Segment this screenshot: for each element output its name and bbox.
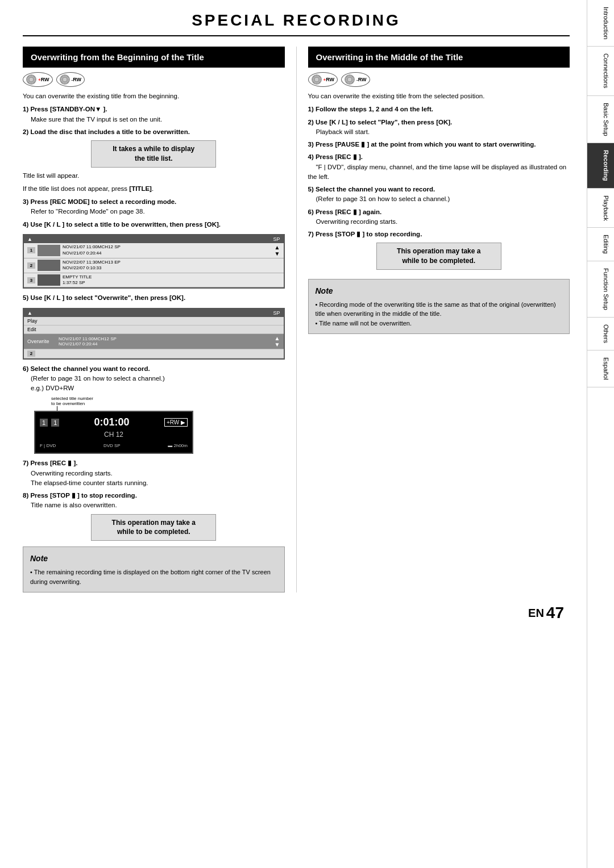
main-content: SPECIAL RECORDING Overwriting from the B… (0, 0, 587, 868)
sidebar-tab-recording[interactable]: Recording (587, 143, 614, 188)
sidebar-tab-basic-setup[interactable]: Basic Setup (587, 96, 614, 144)
callout-1: selected title numberto be overwritten (51, 396, 93, 406)
step-5: 5) Use [K / L ] to select "Overwrite", t… (23, 293, 285, 303)
right-sidebar: Introduction Connections Basic Setup Rec… (587, 0, 614, 868)
highlight-box-2-line1: This operation may take a (112, 519, 196, 527)
dvd-minus-label-right: -RW (356, 77, 367, 82)
step-8: 8) Press [STOP ▮ ] to stop recording. Ti… (23, 491, 285, 511)
highlight-box-1: It takes a while to display the title li… (91, 140, 216, 168)
right-section-header: Overwriting in the Middle of the Title (308, 47, 570, 68)
right-step-3: 3) Press [PAUSE ▮ ] at the point from wh… (308, 140, 570, 149)
right-step-2: 2) Use [K / L] to select "Play", then pr… (308, 118, 570, 137)
dvd-plus-label-right: +RW (323, 77, 335, 82)
row-info-1: NOV/21/07 11:00MCH12 SPNOV/21/07 0:20:44 (63, 244, 121, 256)
right-step-5-sub: (Refer to page 31 on how to select a cha… (308, 195, 450, 202)
right-step-4-sub: "F | DVD", display menu, channel, and th… (308, 164, 567, 180)
step-6-bold: 6) Select the channel you want to record… (23, 365, 150, 372)
sidebar-tab-introduction[interactable]: Introduction (587, 0, 614, 47)
row-num-1: 1 (27, 247, 35, 253)
rec-ch-box: 1 (51, 419, 59, 427)
note-title-right: Note (316, 285, 563, 297)
disc-icon-minus-right (345, 74, 355, 85)
dvd-plus-rw-badge-right: +RW (308, 72, 338, 87)
dvd-minus-rw-badge: -RW (56, 72, 85, 87)
note-box-left: Note The remaining recording time is dis… (23, 546, 285, 592)
step-6-sub2: e.g.) DVD+RW (23, 385, 74, 391)
page-title: SPECIAL RECORDING (23, 11, 570, 36)
right-step-1: 1) Follow the steps 1, 2 and 4 on the le… (308, 105, 570, 114)
sidebar-tab-function-setup[interactable]: Function Setup (587, 261, 614, 318)
note-item-1: The remaining recording time is displaye… (30, 567, 277, 586)
callout-diagram: selected title numberto be overwritten 1… (34, 396, 285, 454)
right-step-1-bold: 1) Follow the steps 1, 2 and 4 on the le… (308, 106, 433, 112)
menu-item-play: Play (24, 317, 284, 326)
menu-mode-sp: SP (273, 310, 280, 316)
left-section-header: Overwriting from the Beginning of the Ti… (23, 47, 285, 68)
highlight-box-1-line1: It takes a while to display (113, 145, 194, 153)
highlight-box-2: This operation may take a while to be co… (91, 514, 216, 541)
note-right-item-2: Title name will not be overwritten. (316, 319, 563, 328)
menu-item-overwrite: Overwrite NOV/21/07 11:00MCH12 SPNOV/21/… (24, 334, 284, 349)
note-list-right: Recording mode of the overwriting title … (316, 300, 563, 328)
step-6-sub: (Refer to page 31 on how to select a cha… (23, 375, 165, 382)
step-1-sub: Make sure that the TV input is set on th… (23, 116, 162, 123)
menu-row-2: 2 (24, 349, 284, 358)
screen-header-1: ▲ SP (24, 235, 284, 243)
right-step-7-bold: 7) Press [STOP ▮ ] to stop recording. (308, 231, 422, 237)
step-2-bold: 2) Load the disc that includes a title t… (23, 128, 190, 135)
right-step-5-bold: 5) Select the channel you want to record… (308, 186, 435, 193)
menu-overwrite-info: NOV/21/07 11:00MCH12 SPNOV/21/07 0:20:44 (59, 336, 117, 347)
callout-1-text: selected title numberto be overwritten (51, 396, 93, 406)
sidebar-tab-connections[interactable]: Connections (587, 47, 614, 95)
step-4: 4) Use [K / L ] to select a title to be … (23, 220, 285, 229)
step-7-sub3: The elapsed-time counter starts running. (23, 479, 148, 486)
right-intro-text: You can overwrite the existing title fro… (308, 91, 570, 101)
right-step-7: 7) Press [STOP ▮ ] to stop recording. (308, 229, 570, 239)
title-list-note: Title list will appear. (23, 171, 285, 181)
rec-footer-mid: DVD SP (103, 443, 121, 448)
rec-ch-row: CH 12 (40, 431, 188, 439)
sidebar-tab-playback[interactable]: Playback (587, 189, 614, 228)
dvd-plus-rw-badge: +RW (23, 72, 53, 87)
sidebar-tab-editing[interactable]: Editing (587, 228, 614, 261)
step-2: 2) Load the disc that includes a title t… (23, 127, 285, 137)
highlight-box-right: This operation may take a while to be co… (376, 243, 501, 270)
rec-timer: 0:01:00 (94, 416, 130, 428)
step-1: 1) Press [STANDBY-ON▼ ]. Make sure that … (23, 105, 285, 124)
highlight-box-2-line2: while to be completed. (117, 528, 190, 536)
right-column: Overwriting in the Middle of the Title +… (297, 47, 570, 592)
rec-ch-label: CH 12 (104, 431, 123, 439)
arrow-indicator: ▲ (27, 236, 32, 242)
callout-labels: selected title numberto be overwritten (34, 396, 285, 406)
menu-overwrite-label: Overwrite (27, 339, 59, 344)
sidebar-tab-espanol[interactable]: Español (587, 350, 614, 387)
screen-mockup-2: ▲ SP Play Edit Overwrite NOV/21/07 11:00… (23, 308, 285, 360)
step-3-bold: 3) Press [REC MODE] to select a recordin… (23, 198, 176, 205)
thumb-3 (38, 274, 60, 286)
step-7: 7) Press [REC ▮ ]. Overwriting recording… (23, 458, 285, 488)
right-step-6: 6) Press [REC ▮ ] again. Overwriting rec… (308, 207, 570, 227)
highlight-box-1-line2: the title list. (135, 155, 173, 162)
rec-footer-right: ▬ 2h00m (168, 443, 188, 448)
right-step-5: 5) Select the channel you want to record… (308, 185, 570, 205)
step-4-bold: 4) Use [K / L ] to select a title to be … (23, 221, 221, 228)
step-7-sub: Overwriting recording starts. (23, 470, 113, 477)
dvd-plus-label: +RW (38, 77, 49, 82)
page: SPECIAL RECORDING Overwriting from the B… (0, 0, 614, 868)
screen-mode-sp: SP (273, 236, 280, 242)
step-3-sub: Refer to "Recording Mode" on page 38. (23, 208, 145, 215)
disc-icon-plus (26, 74, 36, 85)
sidebar-tab-others[interactable]: Others (587, 318, 614, 350)
rec-screen: 1 1 0:01:00 +RW ▶ CH 12 F | DVD DVD SP (34, 411, 193, 454)
en-label: EN (528, 607, 544, 620)
note-list-left: The remaining recording time is displaye… (30, 567, 277, 586)
right-step-4: 4) Press [REC ▮ ]. "F | DVD", display me… (308, 152, 570, 182)
arrow-2: ▲ (27, 310, 32, 316)
step-6: 6) Select the channel you want to record… (23, 364, 285, 394)
left-intro-text: You can overwrite the existing title fro… (23, 91, 285, 101)
step-1-bold: 1) Press [STANDBY-ON▼ ]. (23, 106, 107, 112)
screen-row-1: 1 NOV/21/07 11:00MCH12 SPNOV/21/07 0:20:… (24, 243, 284, 258)
step-8-bold: 8) Press [STOP ▮ ] to stop recording. (23, 492, 137, 499)
right-step-3-bold: 3) Press [PAUSE ▮ ] at the point from wh… (308, 141, 536, 148)
en-footer: EN 47 (23, 604, 570, 622)
